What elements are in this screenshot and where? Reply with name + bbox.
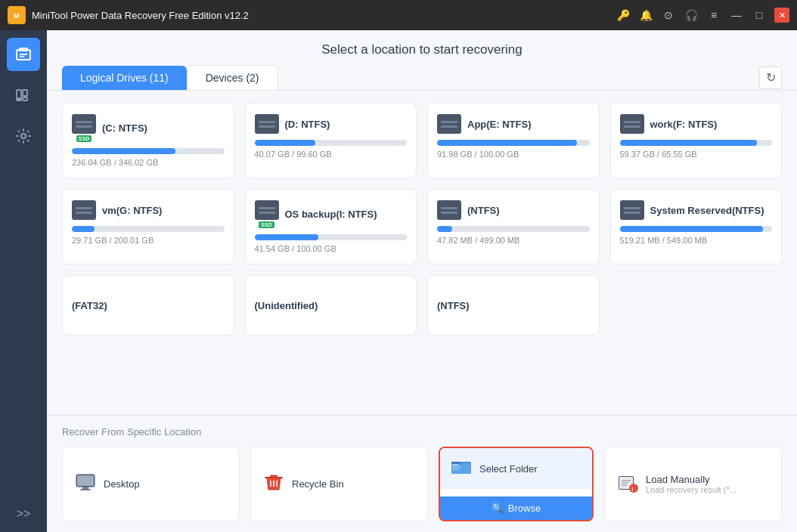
key-icon[interactable]: 🔑 bbox=[616, 8, 631, 23]
search-icon: 🔍 bbox=[492, 503, 504, 514]
svg-rect-7 bbox=[23, 90, 27, 96]
drive-card-unidentified[interactable]: (Unidentified) bbox=[245, 275, 417, 336]
tabs-container: Logical Drives (11) Devices (2) ↻ bbox=[47, 65, 797, 91]
page-title: Select a location to start recovering bbox=[321, 42, 523, 57]
drive-size-c: 236.04 GB / 346.02 GB bbox=[72, 158, 225, 167]
drive-size-workf: 59.37 GB / 65.55 GB bbox=[620, 150, 773, 159]
svg-rect-14 bbox=[77, 475, 94, 486]
titlebar: M MiniTool Power Data Recovery Free Edit… bbox=[0, 0, 797, 30]
close-button[interactable]: ✕ bbox=[774, 8, 789, 23]
recover-card-load-manually[interactable]: ! Load Manually Load recovery result (*.… bbox=[604, 447, 782, 521]
tab-logical-drives[interactable]: Logical Drives (11) bbox=[62, 66, 187, 90]
drive-name-sysres: System Reserved(NTFS) bbox=[650, 205, 764, 216]
drive-name-vmg: vm(G: NTFS) bbox=[102, 205, 162, 216]
drive-card-d[interactable]: (D: NTFS) 40.07 GB / 99.60 GB bbox=[245, 103, 417, 178]
recover-section-title: Recover From Specific Location bbox=[62, 426, 782, 438]
drive-size-ntfs1: 47.82 MB / 499.00 MB bbox=[437, 236, 590, 245]
sidebar-item-settings[interactable] bbox=[7, 119, 40, 153]
drive-icon-vmg bbox=[72, 200, 96, 220]
drive-progress-ntfs1 bbox=[437, 226, 590, 232]
svg-rect-19 bbox=[452, 464, 458, 466]
drive-card-vmg[interactable]: vm(G: NTFS) 29.71 GB / 200.01 GB bbox=[62, 189, 234, 264]
drive-card-workf[interactable]: work(F: NTFS) 59.37 GB / 65.55 GB bbox=[610, 103, 783, 178]
drive-name-d: (D: NTFS) bbox=[285, 119, 330, 130]
drive-name-unidentified: (Unidentified) bbox=[255, 300, 318, 311]
drive-fill-ntfs1 bbox=[437, 226, 452, 232]
drives-grid-row3: (FAT32) (Unidentified) (NTFS) bbox=[62, 275, 782, 336]
svg-rect-9 bbox=[17, 97, 20, 101]
refresh-button[interactable]: ↻ bbox=[759, 66, 782, 89]
drive-name-ntfs1: (NTFS) bbox=[467, 205, 500, 216]
select-folder-top: Select Folder bbox=[440, 448, 592, 489]
drives-grid-row1: SSD (C: NTFS) 236.04 GB / 346.02 GB (D: … bbox=[62, 103, 782, 178]
drive-card-sysres[interactable]: System Reserved(NTFS) 519.21 MB / 549.00… bbox=[610, 189, 783, 264]
drive-fill-osbackup bbox=[255, 234, 319, 240]
drive-icon-c: SSD bbox=[72, 114, 96, 142]
drive-card-fat32[interactable]: (FAT32) bbox=[62, 275, 234, 336]
minimize-button[interactable]: — bbox=[729, 8, 744, 23]
sidebar: >> bbox=[0, 30, 47, 532]
bell-icon[interactable]: 🔔 bbox=[638, 8, 653, 23]
drive-card-c[interactable]: SSD (C: NTFS) 236.04 GB / 346.02 GB bbox=[62, 103, 234, 178]
titlebar-controls: 🔑 🔔 ⊙ 🎧 ≡ — □ ✕ bbox=[616, 8, 789, 23]
drive-progress-appe bbox=[437, 140, 590, 146]
folder-icon bbox=[451, 457, 472, 480]
drive-progress-sysres bbox=[620, 226, 773, 232]
drive-icon-sysres bbox=[620, 200, 644, 220]
drive-size-vmg: 29.71 GB / 200.01 GB bbox=[72, 236, 225, 245]
drive-size-appe: 91.98 GB / 100.00 GB bbox=[437, 150, 590, 159]
tab-devices[interactable]: Devices (2) bbox=[187, 65, 278, 90]
main-content: Select a location to start recovering Lo… bbox=[47, 30, 797, 532]
sidebar-expand[interactable]: >> bbox=[7, 503, 40, 524]
drive-fill-workf bbox=[620, 140, 757, 146]
drive-icon-d bbox=[255, 114, 279, 134]
svg-rect-3 bbox=[19, 48, 28, 51]
drive-card-osbackup[interactable]: SSD OS backup(I: NTFS) 41.54 GB / 100.00… bbox=[245, 189, 417, 264]
drive-icon-appe bbox=[437, 114, 461, 134]
recycle-icon bbox=[263, 472, 284, 497]
svg-text:M: M bbox=[14, 12, 20, 20]
drive-fill-d bbox=[255, 140, 316, 146]
drive-card-empty4 bbox=[610, 275, 783, 336]
drive-icon-ntfs1 bbox=[437, 200, 461, 220]
drive-card-ntfs2[interactable]: (NTFS) bbox=[427, 275, 600, 336]
svg-point-27 bbox=[629, 484, 638, 493]
drive-name-workf: work(F: NTFS) bbox=[650, 119, 718, 130]
recover-card-desktop[interactable]: Desktop bbox=[62, 447, 240, 521]
drive-icon-osbackup: SSD bbox=[255, 200, 279, 228]
drive-progress-d bbox=[255, 140, 408, 146]
expand-icon[interactable]: >> bbox=[7, 503, 40, 524]
svg-rect-21 bbox=[452, 469, 460, 470]
svg-text:!: ! bbox=[631, 486, 634, 493]
drive-name-fat32: (FAT32) bbox=[72, 300, 107, 311]
recover-card-recycle[interactable]: Recycle Bin bbox=[250, 447, 428, 521]
app-logo: M bbox=[8, 6, 26, 24]
drive-progress-osbackup bbox=[255, 234, 408, 240]
recover-card-select-folder[interactable]: Select Folder 🔍 Browse bbox=[439, 447, 594, 521]
svg-point-10 bbox=[21, 134, 26, 138]
content-area[interactable]: SSD (C: NTFS) 236.04 GB / 346.02 GB (D: … bbox=[47, 91, 797, 415]
drive-name-ntfs2: (NTFS) bbox=[437, 300, 470, 311]
drive-fill-appe bbox=[437, 140, 577, 146]
drive-progress-workf bbox=[620, 140, 773, 146]
headphones-icon[interactable]: 🎧 bbox=[684, 8, 699, 23]
load-manually-text: Load Manually Load recovery result (*... bbox=[646, 474, 737, 494]
maximize-button[interactable]: □ bbox=[752, 8, 767, 23]
drive-name-osbackup: OS backup(I: NTFS) bbox=[285, 209, 377, 220]
svg-rect-13 bbox=[80, 489, 91, 490]
recycle-label: Recycle Bin bbox=[292, 478, 344, 490]
drive-icon-workf bbox=[620, 114, 644, 134]
sidebar-item-tools[interactable] bbox=[7, 79, 40, 112]
desktop-label: Desktop bbox=[104, 478, 140, 490]
circle-icon[interactable]: ⊙ bbox=[661, 8, 676, 23]
sidebar-item-recovery[interactable] bbox=[7, 38, 40, 71]
svg-rect-8 bbox=[23, 97, 27, 101]
drive-card-appe[interactable]: App(E: NTFS) 91.98 GB / 100.00 GB bbox=[427, 103, 600, 178]
menu-icon[interactable]: ≡ bbox=[706, 8, 721, 23]
browse-button[interactable]: 🔍 Browse bbox=[440, 496, 592, 520]
select-folder-label: Select Folder bbox=[479, 463, 538, 475]
drive-size-d: 40.07 GB / 99.60 GB bbox=[255, 150, 408, 159]
page-header: Select a location to start recovering bbox=[47, 30, 797, 65]
drive-card-ntfs1[interactable]: (NTFS) 47.82 MB / 499.00 MB bbox=[427, 189, 600, 264]
drive-fill-sysres bbox=[620, 226, 763, 232]
